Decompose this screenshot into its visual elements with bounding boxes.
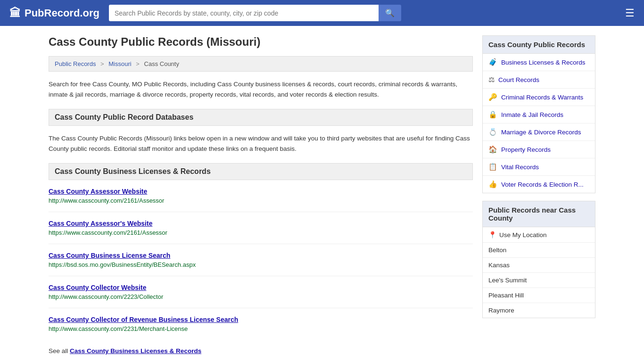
record-url-3[interactable]: http://www.casscounty.com/2223/Collector bbox=[49, 293, 163, 300]
see-all-line: See all Cass County Business Licenses & … bbox=[49, 347, 473, 354]
page-description: Search for free Cass County, MO Public R… bbox=[49, 79, 473, 99]
breadcrumb-sep-2: > bbox=[136, 60, 140, 67]
sidebar-items-list: 🧳 Business Licenses & Records ⚖ Court Re… bbox=[483, 54, 595, 193]
public-records-section: Cass County Public Records 🧳 Business Li… bbox=[482, 35, 595, 193]
record-title-2[interactable]: Cass County Business License Search bbox=[49, 252, 473, 259]
hamburger-icon: ☰ bbox=[625, 7, 635, 19]
sidebar-item-2[interactable]: 🔑 Criminal Records & Warrants bbox=[483, 89, 595, 106]
record-url-1[interactable]: https://www.casscounty.com/2161/Assessor bbox=[49, 229, 167, 236]
sidebar-item-icon-7: 👍 bbox=[488, 180, 497, 189]
breadcrumb-public-records[interactable]: Public Records bbox=[55, 60, 96, 67]
record-entry: Cass County Business License Search http… bbox=[49, 252, 473, 276]
breadcrumb-missouri[interactable]: Missouri bbox=[108, 60, 131, 67]
record-entry: Cass County Collector of Revenue Busines… bbox=[49, 316, 473, 340]
sidebar-public-records-title: Cass County Public Records bbox=[483, 36, 595, 54]
nearby-section: Public Records near Cass County 📍 Use My… bbox=[482, 201, 595, 318]
search-button[interactable]: 🔍 bbox=[379, 5, 401, 21]
sidebar-item-icon-1: ⚖ bbox=[488, 75, 495, 84]
location-icon: 📍 bbox=[488, 231, 496, 239]
sidebar-item-6[interactable]: 📋 Vital Records bbox=[483, 158, 595, 176]
sidebar-item-icon-3: 🔒 bbox=[488, 110, 497, 119]
search-icon: 🔍 bbox=[385, 9, 395, 17]
sidebar-item-icon-0: 🧳 bbox=[488, 58, 497, 66]
records-list: Cass County Assessor Website http://www.… bbox=[49, 188, 473, 340]
sidebar-item-label-4: Marriage & Divorce Records bbox=[501, 129, 581, 136]
sidebar-item-3[interactable]: 🔒 Inmate & Jail Records bbox=[483, 106, 595, 123]
nearby-item-2[interactable]: Lee's Summit bbox=[483, 273, 595, 288]
breadcrumb-cass-county: Cass County bbox=[144, 60, 179, 67]
site-header: 🏛 PubRecord.org 🔍 ☰ bbox=[0, 0, 644, 26]
sidebar-item-label-3: Inmate & Jail Records bbox=[501, 111, 563, 118]
main-container: Cass County Public Records (Missouri) Pu… bbox=[39, 26, 605, 362]
breadcrumb: Public Records > Missouri > Cass County bbox=[49, 56, 473, 72]
sidebar-item-4[interactable]: 💍 Marriage & Divorce Records bbox=[483, 123, 595, 141]
databases-section-header: Cass County Public Record Databases bbox=[49, 109, 473, 126]
record-entry: Cass County Assessor's Website https://w… bbox=[49, 220, 473, 244]
see-all-link[interactable]: Cass County Business Licenses & Records bbox=[70, 347, 201, 354]
record-url-2[interactable]: https://bsd.sos.mo.gov/BusinessEntity/BE… bbox=[49, 261, 196, 268]
sidebar-nearby-title: Public Records near Cass County bbox=[483, 201, 595, 227]
search-bar: 🔍 bbox=[109, 5, 401, 21]
sidebar-item-1[interactable]: ⚖ Court Records bbox=[483, 71, 595, 89]
record-title-0[interactable]: Cass County Assessor Website bbox=[49, 188, 473, 195]
record-title-4[interactable]: Cass County Collector of Revenue Busines… bbox=[49, 316, 473, 323]
business-section-header: Cass County Business Licenses & Records bbox=[49, 163, 473, 180]
sidebar-item-icon-6: 📋 bbox=[488, 163, 497, 171]
see-all-prefix: See all bbox=[49, 347, 68, 354]
sidebar-item-label-6: Vital Records bbox=[501, 164, 539, 171]
record-url-4[interactable]: http://www.casscounty.com/2231/Merchant-… bbox=[49, 325, 188, 332]
record-title-3[interactable]: Cass County Collector Website bbox=[49, 284, 473, 291]
record-title-1[interactable]: Cass County Assessor's Website bbox=[49, 220, 473, 227]
sidebar-item-label-1: Court Records bbox=[498, 76, 539, 83]
record-entry: Cass County Assessor Website http://www.… bbox=[49, 188, 473, 212]
sidebar-item-0[interactable]: 🧳 Business Licenses & Records bbox=[483, 54, 595, 71]
menu-button[interactable]: ☰ bbox=[625, 7, 635, 19]
sidebar-item-icon-4: 💍 bbox=[488, 128, 497, 136]
sidebar-item-label-2: Criminal Records & Warrants bbox=[501, 94, 583, 101]
databases-section-text: The Cass County Public Records (Missouri… bbox=[49, 133, 473, 154]
site-logo[interactable]: 🏛 PubRecord.org bbox=[9, 7, 99, 20]
logo-icon: 🏛 bbox=[9, 7, 21, 20]
search-input[interactable] bbox=[109, 5, 379, 21]
sidebar-item-7[interactable]: 👍 Voter Records & Election R... bbox=[483, 176, 595, 193]
nearby-item-0[interactable]: Belton bbox=[483, 243, 595, 258]
nearby-item-1[interactable]: Kansas bbox=[483, 258, 595, 273]
nearby-item-3[interactable]: Pleasant Hill bbox=[483, 288, 595, 303]
sidebar-item-icon-2: 🔑 bbox=[488, 93, 497, 101]
sidebar-item-label-0: Business Licenses & Records bbox=[501, 59, 586, 66]
use-location-item[interactable]: 📍 Use My Location bbox=[483, 227, 595, 243]
nearby-item-4[interactable]: Raymore bbox=[483, 303, 595, 318]
breadcrumb-sep-1: > bbox=[100, 60, 104, 67]
logo-text: PubRecord.org bbox=[25, 7, 99, 19]
use-location-label: Use My Location bbox=[499, 231, 547, 239]
page-title: Cass County Public Records (Missouri) bbox=[49, 35, 473, 49]
sidebar: Cass County Public Records 🧳 Business Li… bbox=[482, 35, 595, 354]
sidebar-item-label-7: Voter Records & Election R... bbox=[501, 181, 584, 188]
sidebar-item-5[interactable]: 🏠 Property Records bbox=[483, 141, 595, 158]
record-entry: Cass County Collector Website http://www… bbox=[49, 284, 473, 308]
sidebar-item-label-5: Property Records bbox=[501, 146, 551, 153]
content-area: Cass County Public Records (Missouri) Pu… bbox=[49, 35, 473, 354]
nearby-items-list: BeltonKansasLee's SummitPleasant HillRay… bbox=[483, 243, 595, 318]
record-url-0[interactable]: http://www.casscounty.com/2161/Assessor bbox=[49, 197, 164, 204]
sidebar-item-icon-5: 🏠 bbox=[488, 145, 497, 154]
